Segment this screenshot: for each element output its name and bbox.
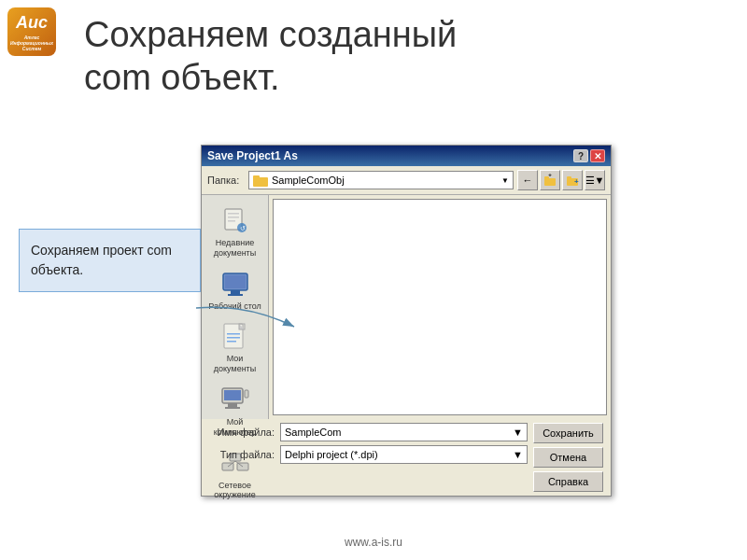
svg-rect-2	[253, 175, 260, 179]
back-button[interactable]: ←	[517, 170, 538, 190]
view-menu-button[interactable]: ☰▼	[585, 170, 605, 190]
new-folder-icon: +	[566, 174, 579, 187]
callout-box: Сохраняем проект com объекта.	[19, 229, 201, 292]
svg-rect-8	[567, 176, 571, 179]
svg-rect-17	[225, 275, 246, 288]
mycomputer-icon	[220, 385, 250, 415]
logo-subtitle: Атлас Информационных Систем	[10, 35, 53, 51]
filetype-combo-arrow: ▼	[513, 449, 523, 460]
cancel-button[interactable]: Отмена	[533, 447, 603, 468]
save-button[interactable]: Сохранить	[533, 423, 603, 443]
sidebar-item-recent[interactable]: ↺ Недавние документы	[204, 203, 267, 262]
callout-text: Сохраняем проект com объекта.	[31, 243, 172, 277]
svg-text:↺: ↺	[240, 225, 246, 231]
svg-rect-12	[228, 217, 239, 218]
recent-docs-icon: ↺	[220, 206, 250, 236]
filename-value: SampleCom	[285, 427, 342, 438]
folder-combo-arrow: ▼	[501, 176, 509, 185]
logo-emblem: Аис Атлас Информационных Систем	[7, 7, 56, 56]
folder-combo-text: SampleComObj	[272, 175, 345, 186]
up-folder-button[interactable]	[540, 170, 560, 190]
up-folder-icon	[543, 174, 557, 187]
svg-marker-6	[548, 174, 552, 175]
help-titlebar-button[interactable]: ?	[573, 149, 588, 162]
filename-combo[interactable]: SampleCom ▼	[280, 423, 528, 441]
dialog-titlebar: Save Project1 As ? ✕	[202, 146, 611, 166]
svg-rect-29	[245, 390, 248, 398]
svg-rect-11	[228, 213, 239, 215]
action-buttons: Сохранить Отмена Справка	[533, 423, 603, 492]
svg-rect-26	[224, 390, 241, 400]
filetype-label: Тип файла:	[209, 449, 275, 460]
page-title: Сохраняем созданный com объект.	[84, 14, 728, 99]
svg-rect-4	[544, 176, 549, 179]
toolbar-icon-buttons: ← + ☰▼	[517, 170, 605, 190]
desktop-icon	[220, 270, 250, 300]
filename-label: Имя файла:	[209, 427, 275, 438]
svg-rect-3	[544, 178, 556, 186]
logo: Аис Атлас Информационных Систем	[7, 7, 63, 63]
new-folder-button[interactable]: +	[562, 170, 583, 190]
footer-url: www.a-is.ru	[345, 536, 402, 549]
filetype-row: Тип файла: Delphi project (*.dpi) ▼	[209, 445, 528, 464]
filename-row: Имя файла: SampleCom ▼	[209, 423, 528, 441]
svg-rect-13	[228, 220, 235, 222]
filetype-combo[interactable]: Delphi project (*.dpi) ▼	[280, 445, 528, 464]
filename-combo-arrow: ▼	[513, 427, 523, 438]
svg-rect-18	[231, 290, 240, 294]
dialog-file-area[interactable]	[273, 199, 607, 415]
logo-text: Аис	[16, 13, 48, 33]
dialog-toolbar: Папка: SampleComObj ▼ ←	[202, 166, 611, 195]
svg-rect-28	[225, 407, 240, 409]
dialog-fields: Имя файла: SampleCom ▼ Тип файла: Delphi…	[209, 423, 528, 492]
help-button[interactable]: Справка	[533, 471, 603, 492]
dialog-bottom: Имя файла: SampleCom ▼ Тип файла: Delphi…	[202, 419, 611, 496]
dialog-title: Save Project1 As	[207, 149, 298, 162]
svg-rect-27	[228, 403, 237, 407]
sidebar-recent-label: Недавние документы	[205, 238, 265, 259]
folder-icon	[253, 174, 268, 187]
svg-rect-19	[228, 294, 243, 296]
page-footer: www.a-is.ru	[0, 536, 747, 549]
folder-label: Папка:	[207, 175, 245, 186]
close-titlebar-button[interactable]: ✕	[590, 149, 605, 162]
sidebar-mydocs-label: Мои документы	[205, 354, 265, 374]
callout-arrow	[191, 299, 303, 345]
svg-text:+: +	[574, 177, 579, 186]
folder-combo[interactable]: SampleComObj ▼	[248, 171, 514, 189]
titlebar-buttons: ? ✕	[573, 149, 605, 162]
filetype-value: Delphi project (*.dpi)	[285, 449, 378, 460]
